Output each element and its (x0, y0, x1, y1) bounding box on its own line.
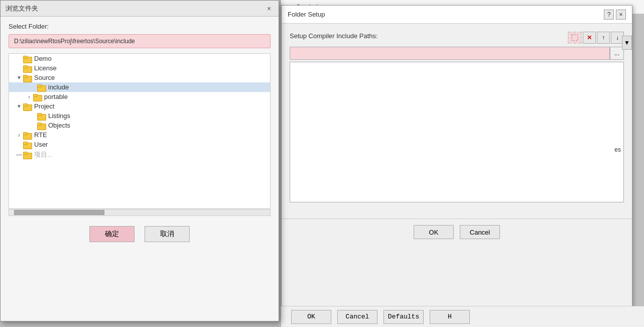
delete-path-button[interactable]: ✕ (583, 32, 596, 44)
tree-arrow-objects (29, 123, 37, 128)
tree-arrow-include (29, 84, 37, 90)
tree-label-demo: Demo (34, 55, 52, 62)
folder-icon-include (37, 84, 46, 91)
tree-label-listings: Listings (48, 112, 70, 120)
bottom-h-button[interactable]: H (430, 310, 470, 324)
folder-setup-content: Setup Compiler Include Paths: ✕ ↑ ↓ (282, 24, 632, 219)
folder-icon-source (23, 74, 32, 81)
tree-label-objects: Objects (48, 122, 70, 129)
tree-arrow-truncated: — (15, 151, 23, 158)
folder-icon-demo (23, 55, 32, 62)
folder-icon-listings (37, 113, 46, 120)
toolbar-buttons: ✕ ↑ ↓ (568, 32, 624, 44)
folder-icon-user (23, 141, 32, 148)
include-path-toolbar: Setup Compiler Include Paths: ✕ ↑ ↓ (290, 32, 624, 44)
chevron-down-icon: ▼ (624, 39, 630, 46)
browse-close-button[interactable]: × (265, 4, 274, 13)
new-path-button[interactable] (568, 32, 582, 44)
bottom-defaults-button[interactable]: Defaults (383, 310, 424, 324)
include-path-input[interactable] (290, 47, 610, 60)
dropdown-arrow[interactable]: ▼ (622, 36, 632, 50)
folder-setup-footer: OK Cancel (282, 219, 632, 245)
tree-label-rte: RTE (34, 131, 47, 139)
tree-item-portable[interactable]: › portable (9, 92, 270, 101)
folder-icon-objects (37, 122, 46, 129)
bottom-bar: OK Cancel Defaults H (281, 306, 644, 327)
folder-setup-close-button[interactable]: × (616, 10, 626, 20)
tree-item-truncated[interactable]: — 项目... (9, 149, 270, 160)
up-arrow-icon: ↑ (602, 34, 605, 41)
new-path-icon (571, 34, 578, 41)
folder-icon-portable (33, 93, 42, 100)
tree-item-include[interactable]: include (9, 82, 270, 92)
tree-item-listings[interactable]: Listings (9, 111, 270, 121)
folder-setup-title: Folder Setup (288, 11, 325, 18)
tree-arrow-user (15, 142, 23, 147)
folder-icon-license (23, 65, 32, 72)
browse-folder-dialog: 浏览文件夹 × Select Folder: D:\ziliao\newRtos… (0, 0, 279, 321)
tree-label-project: Project (34, 102, 54, 110)
delete-icon: ✕ (587, 34, 592, 41)
folder-icon-truncated (23, 151, 32, 158)
browse-tree-container: Demo License ▼ Source include › (9, 53, 271, 209)
browse-dialog-title: 浏览文件夹 (6, 4, 38, 13)
browse-footer: 确定 取消 (1, 216, 279, 247)
tree-arrow-rte: › (15, 132, 23, 139)
tree-arrow-listings (29, 113, 37, 119)
tree-arrow-project: ▼ (15, 103, 23, 109)
setup-compiler-label: Setup Compiler Include Paths: (290, 32, 378, 40)
browse-path-display: D:\ziliao\newRtosProj\freertos\Source\in… (9, 34, 271, 48)
folder-icon-rte (23, 132, 32, 139)
tree-item-source[interactable]: ▼ Source (9, 73, 270, 82)
bottom-cancel-button[interactable]: Cancel (337, 310, 377, 324)
browse-dots-icon: ... (614, 50, 619, 57)
folder-icon-project (23, 103, 32, 110)
tree-item-objects[interactable]: Objects (9, 121, 270, 130)
bottom-ok-button[interactable]: OK (291, 310, 331, 324)
tree-arrow-demo (15, 56, 23, 61)
tree-arrow-portable: › (25, 93, 33, 100)
tree-item-project[interactable]: ▼ Project (9, 101, 270, 111)
titlebar-controls: ? × (604, 10, 626, 20)
folder-setup-cancel-button[interactable]: Cancel (460, 225, 500, 239)
side-es-label: es (614, 146, 621, 153)
browse-cancel-button[interactable]: 取消 (145, 226, 190, 242)
tree-label-source: Source (34, 74, 55, 81)
tree-item-demo[interactable]: Demo (9, 54, 270, 63)
browse-scrollbar-x[interactable] (9, 209, 271, 216)
folder-setup-window: Folder Setup ? × Setup Compiler Include … (281, 5, 632, 316)
select-folder-label: Select Folder: (1, 17, 279, 34)
tree-label-portable: portable (44, 93, 68, 100)
tree-label-truncated: 项目... (34, 150, 53, 159)
browse-titlebar: 浏览文件夹 × (1, 1, 279, 17)
include-path-input-row: ... (290, 47, 624, 60)
tree-label-user: User (34, 141, 48, 148)
tree-arrow-license (15, 65, 23, 71)
tree-arrow-source: ▼ (15, 75, 23, 80)
tree-item-license[interactable]: License (9, 63, 270, 73)
svg-rect-0 (572, 35, 578, 41)
down-arrow-icon: ↓ (616, 34, 619, 41)
move-up-button[interactable]: ↑ (597, 32, 610, 44)
tree-item-rte[interactable]: › RTE (9, 130, 270, 140)
folder-setup-ok-button[interactable]: OK (414, 225, 454, 239)
tree-label-include: include (48, 83, 69, 91)
browse-scrollbar-thumb-x[interactable] (14, 210, 104, 215)
folder-setup-help-button[interactable]: ? (604, 10, 614, 20)
tree-item-user[interactable]: User (9, 140, 270, 149)
browse-confirm-button[interactable]: 确定 (89, 226, 135, 242)
tree-label-license: License (34, 64, 57, 72)
include-list-area (290, 62, 624, 202)
folder-setup-titlebar: Folder Setup ? × (282, 6, 632, 24)
